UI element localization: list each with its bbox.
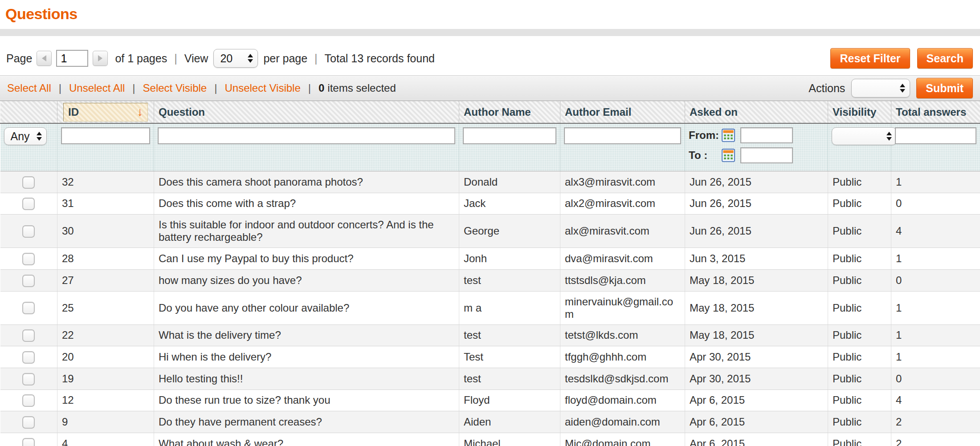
row-checkbox[interactable] [22,253,35,265]
visibility-filter-select[interactable] [832,127,897,145]
row-checkbox[interactable] [22,416,35,429]
author-email-filter-input[interactable] [564,127,681,144]
filter-visibility-cell [828,123,891,171]
row-checkbox[interactable] [22,225,35,238]
row-checkbox[interactable] [22,394,35,407]
cell-total-answers: 2 [891,433,980,446]
table-row[interactable]: 27 how many sizes do you have? test ttst… [0,269,980,291]
calendar-icon[interactable] [722,129,735,142]
sort-desc-icon: ↓ [137,106,143,118]
total-records-label: Total 13 records found [325,52,435,65]
table-row[interactable]: 32 Does this camera shoot panorama photo… [0,171,980,193]
cell-question: Do they have permanent creases? [154,411,459,433]
author-name-filter-input[interactable] [463,127,556,144]
row-checkbox[interactable] [22,438,35,446]
table-row[interactable]: 30 Is this suitable for indoor and outdo… [0,215,980,248]
cell-author-name: m a [459,291,560,324]
column-header-author-name[interactable]: Author Name [459,101,560,123]
unselect-visible-link[interactable]: Unselect Visible [225,82,300,94]
cell-author-name: Donald [459,171,560,193]
row-select-cell [0,433,57,446]
selected-count-label: items selected [327,82,396,94]
cell-question: Does this come with a strap? [154,193,459,215]
prev-page-button[interactable] [37,51,52,66]
column-header-id[interactable]: ID ↓ [57,101,154,123]
questions-grid: ID ↓ Question Author Name Author Email A… [0,101,980,446]
asked-on-from-input[interactable] [740,127,793,143]
cell-id: 27 [57,269,154,291]
row-select-cell [0,411,57,433]
column-header-question[interactable]: Question [154,101,459,123]
next-page-button[interactable] [93,51,108,66]
total-answers-filter-input[interactable] [895,127,976,144]
filter-massaction-cell: Any [0,123,57,171]
filter-question-cell [154,123,459,171]
chevron-right-icon [98,55,102,61]
cell-author-email: Mic@domain.com [560,433,685,446]
table-row[interactable]: 4 What about wash & wear? Michael Mic@do… [0,433,980,446]
select-visible-link[interactable]: Select Visible [143,82,207,94]
column-header-visibility[interactable]: Visibility [828,101,891,123]
id-filter-input[interactable] [61,127,150,144]
reset-filter-button[interactable]: Reset Filter [830,48,910,69]
table-row[interactable]: 28 Can I use my Paypal to buy this produ… [0,248,980,270]
any-filter-select[interactable]: Any [4,127,47,145]
filter-asked-on-cell: From: To : [685,123,828,171]
filter-author-name-cell [459,123,560,171]
submit-button[interactable]: Submit [916,78,973,98]
table-row[interactable]: 25 Do you have any other colour availabl… [0,291,980,324]
page-number-input[interactable] [56,50,88,67]
question-filter-input[interactable] [158,127,455,144]
column-header-author-email[interactable]: Author Email [560,101,685,123]
row-select-cell [0,291,57,324]
cell-author-name: test [459,368,560,389]
search-button[interactable]: Search [917,48,973,69]
table-row[interactable]: 12 Do these run true to size? thank you … [0,389,980,411]
row-checkbox[interactable] [22,275,35,287]
cell-question: Hi when is the delivery? [154,346,459,368]
unselect-all-link[interactable]: Unselect All [69,82,125,94]
column-header-total-answers[interactable]: Total answers [891,101,980,123]
filter-id-cell [57,123,154,171]
table-row[interactable]: 20 Hi when is the delivery? Test tfggh@g… [0,346,980,368]
per-page-select[interactable]: 20 [213,49,258,68]
calendar-icon[interactable] [722,149,735,162]
row-checkbox[interactable] [22,302,35,314]
row-checkbox[interactable] [22,351,35,364]
cell-asked-on: Jun 3, 2015 [685,248,828,270]
cell-author-email: tesdslkd@sdkjsd.com [560,368,685,389]
row-checkbox[interactable] [22,329,35,342]
row-select-cell [0,269,57,291]
cell-id: 30 [57,215,154,248]
cell-question: What about wash & wear? [154,433,459,446]
any-filter-value: Any [11,130,30,143]
cell-visibility: Public [828,193,891,215]
cell-visibility: Public [828,346,891,368]
selected-count: 0 [318,82,324,94]
cell-total-answers: 1 [891,291,980,324]
filter-total-answers-cell [891,123,980,171]
cell-author-email: tfggh@ghhh.com [560,346,685,368]
cell-asked-on: May 18, 2015 [685,291,828,324]
column-header-asked-on[interactable]: Asked on [685,101,828,123]
table-row[interactable]: 19 Hello testing this!! test tesdslkd@sd… [0,368,980,389]
cell-total-answers: 4 [891,389,980,411]
cell-question: how many sizes do you have? [154,269,459,291]
grid-filter-row: Any From: [0,123,980,171]
select-all-link[interactable]: Select All [7,82,51,94]
cell-asked-on: Apr 6, 2015 [685,411,828,433]
row-select-cell [0,215,57,248]
actions-select[interactable] [851,79,910,97]
row-checkbox[interactable] [22,198,35,210]
row-checkbox[interactable] [22,373,35,385]
row-checkbox[interactable] [22,176,35,189]
actions-label: Actions [808,82,845,95]
sorted-column-box: ID ↓ [63,103,148,122]
page-header: Questions [0,5,980,23]
table-row[interactable]: 22 What is the delivery time? test tetst… [0,324,980,346]
table-row[interactable]: 31 Does this come with a strap? Jack alx… [0,193,980,215]
table-row[interactable]: 9 Do they have permanent creases? Aiden … [0,411,980,433]
massaction-bar: Select All | Unselect All | Select Visib… [0,75,980,101]
cell-question: Is this suitable for indoor and outdoor … [154,215,459,248]
asked-on-to-input[interactable] [740,147,793,163]
